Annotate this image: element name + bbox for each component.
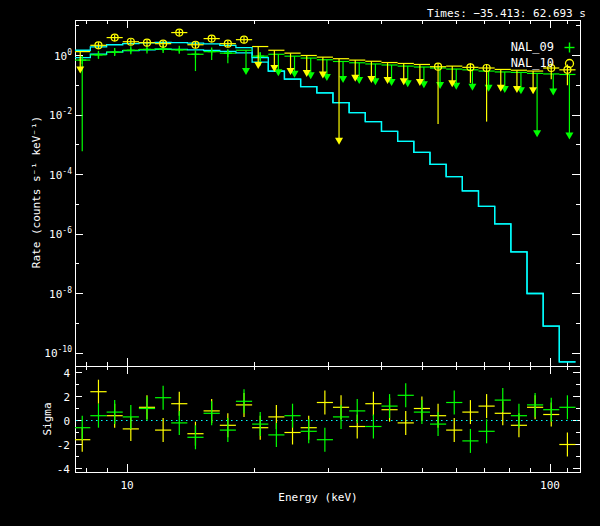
circle-marker-icon [563,57,576,70]
legend-label-nal09: NAL_09 [511,40,554,54]
svg-text:10-8: 10-8 [49,286,72,301]
y-axis-label-sigma: Sigma [41,402,54,435]
svg-text:10-6: 10-6 [49,226,72,241]
nal10-data-series [75,29,576,145]
legend-row-nal09: NAL_09 [511,39,576,55]
svg-text:10: 10 [120,479,133,492]
svg-text:100: 100 [540,479,560,492]
legend-label-nal10: NAL_10 [511,56,554,70]
svg-text:10-10: 10-10 [44,345,72,360]
nal09-data-series [75,45,576,151]
spectrum-plot-canvas: 1010010010-210-410-610-810-10420-2-4 [0,0,600,526]
svg-text:10-4: 10-4 [49,167,72,182]
xspec-spectrum-figure: 1010010010-210-410-610-810-10420-2-4 Tim… [0,0,600,526]
y-axis-label-rate: Rate (counts s⁻¹ keV⁻¹) [30,116,43,268]
svg-text:2: 2 [63,391,70,404]
times-label: Times: −35.413: 62.693 s [427,7,586,20]
legend: NAL_09 NAL_10 [511,39,576,71]
svg-text:-2: -2 [57,439,70,452]
svg-text:0: 0 [63,415,70,428]
svg-text:100: 100 [54,48,72,63]
svg-text:4: 4 [63,367,70,380]
x-axis-label-energy: Energy (keV) [278,491,357,504]
svg-text:-4: -4 [57,463,71,476]
svg-text:10-2: 10-2 [49,107,72,122]
legend-row-nal10: NAL_10 [511,55,576,71]
plus-marker-icon [563,41,576,54]
